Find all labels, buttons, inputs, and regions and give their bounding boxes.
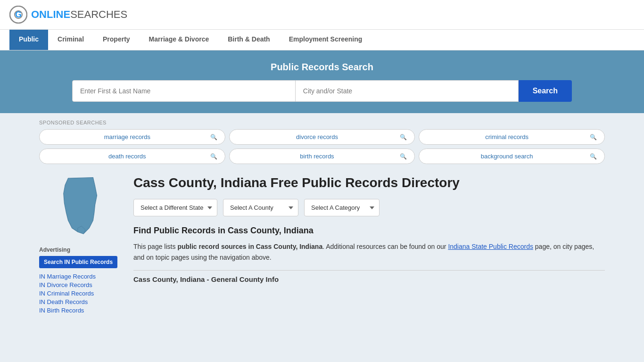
search-icon-5: 🔍 bbox=[400, 153, 407, 160]
search-form: Search bbox=[72, 80, 572, 102]
desc-bold: public record sources in Cass County, In… bbox=[177, 243, 322, 250]
nav-item-birth-death[interactable]: Birth & Death bbox=[218, 30, 279, 50]
sidebar: Advertising Search IN Public Records IN … bbox=[39, 174, 124, 315]
logo-icon: G bbox=[9, 6, 27, 24]
state-map bbox=[39, 174, 124, 237]
find-heading: Find Public Records in Cass County, Indi… bbox=[133, 226, 605, 236]
main-content: Cass County, Indiana Free Public Records… bbox=[133, 174, 605, 315]
city-input[interactable] bbox=[296, 80, 519, 102]
search-banner: Public Records Search Search bbox=[0, 50, 644, 113]
advertising-label: Advertising bbox=[39, 247, 124, 253]
search-icon-4: 🔍 bbox=[210, 153, 217, 160]
main-nav: Public Criminal Property Marriage & Divo… bbox=[0, 30, 644, 50]
search-button[interactable]: Search bbox=[519, 80, 572, 102]
search-tags: marriage records 🔍 divorce records 🔍 cri… bbox=[39, 129, 605, 164]
sponsored-section: SPONSORED SEARCHES marriage records 🔍 di… bbox=[39, 113, 605, 167]
sidebar-link-marriage[interactable]: IN Marriage Records bbox=[39, 273, 124, 280]
desc-part2: . Additional resources can be found on o… bbox=[322, 243, 448, 250]
search-icon-2: 🔍 bbox=[400, 134, 407, 140]
nav-item-criminal[interactable]: Criminal bbox=[48, 30, 93, 50]
nav-item-property[interactable]: Property bbox=[93, 30, 140, 50]
sidebar-link-criminal[interactable]: IN Criminal Records bbox=[39, 290, 124, 297]
county-dropdown[interactable]: Select A County bbox=[223, 199, 298, 216]
search-banner-title: Public Records Search bbox=[9, 62, 635, 73]
tag-birth-records[interactable]: birth records 🔍 bbox=[229, 148, 415, 164]
general-info-section: Cass County, Indiana - General County In… bbox=[133, 270, 605, 283]
search-icon-1: 🔍 bbox=[210, 134, 217, 140]
search-icon-3: 🔍 bbox=[590, 134, 597, 140]
advertising-section: Advertising Search IN Public Records IN … bbox=[39, 247, 124, 314]
page-title: Cass County, Indiana Free Public Records… bbox=[133, 174, 605, 191]
tag-death-records[interactable]: death records 🔍 bbox=[39, 148, 225, 164]
nav-item-marriage-divorce[interactable]: Marriage & Divorce bbox=[140, 30, 219, 50]
description-text: This page lists public record sources in… bbox=[133, 241, 605, 263]
state-dropdown[interactable]: Select a Different State bbox=[133, 199, 217, 216]
tag-marriage-records[interactable]: marriage records 🔍 bbox=[39, 129, 225, 145]
indiana-records-link[interactable]: Indiana State Public Records bbox=[448, 243, 533, 250]
svg-marker-3 bbox=[64, 178, 97, 234]
dropdowns-row: Select a Different State Select A County… bbox=[133, 199, 605, 216]
nav-item-public[interactable]: Public bbox=[9, 30, 48, 50]
sidebar-links: IN Marriage Records IN Divorce Records I… bbox=[39, 273, 124, 314]
content-area: Advertising Search IN Public Records IN … bbox=[39, 167, 605, 323]
tag-criminal-records[interactable]: criminal records 🔍 bbox=[419, 129, 605, 145]
sidebar-link-death[interactable]: IN Death Records bbox=[39, 298, 124, 305]
logo: G ONLINESEARCHES bbox=[9, 6, 127, 24]
category-dropdown[interactable]: Select A Category bbox=[304, 199, 380, 216]
indiana-map-svg bbox=[51, 174, 112, 236]
logo-text: ONLINESEARCHES bbox=[31, 8, 127, 21]
sponsored-label: SPONSORED SEARCHES bbox=[39, 120, 605, 125]
general-info-heading: Cass County, Indiana - General County In… bbox=[133, 275, 605, 283]
sidebar-link-birth[interactable]: IN Birth Records bbox=[39, 307, 124, 314]
sidebar-link-divorce[interactable]: IN Divorce Records bbox=[39, 281, 124, 288]
nav-item-employment[interactable]: Employment Screening bbox=[280, 30, 372, 50]
tag-background-search[interactable]: background search 🔍 bbox=[419, 148, 605, 164]
name-input[interactable] bbox=[72, 80, 296, 102]
desc-part1: This page lists bbox=[133, 243, 177, 250]
tag-divorce-records[interactable]: divorce records 🔍 bbox=[229, 129, 415, 145]
search-icon-6: 🔍 bbox=[590, 153, 597, 160]
ad-search-button[interactable]: Search IN Public Records bbox=[39, 256, 117, 268]
